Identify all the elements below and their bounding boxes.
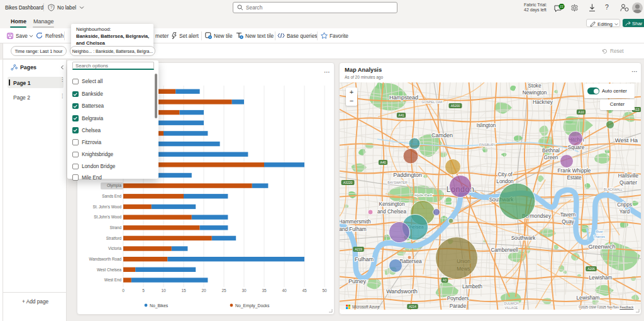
svg-text:Hackney: Hackney [533, 99, 553, 105]
svg-text:15: 15 [181, 288, 186, 293]
svg-text:FINSBURY: FINSBURY [479, 143, 496, 147]
svg-text:West Chelsea: West Chelsea [97, 268, 122, 272]
svg-text:Poynders: Poynders [447, 296, 469, 301]
svg-text:Southwark: Southwark [511, 235, 536, 241]
svg-text:40: 40 [282, 288, 287, 293]
svg-text:A5200: A5200 [451, 104, 460, 108]
svg-text:Stratford: Stratford [106, 236, 122, 240]
svg-text:No_Empty_Docks: No_Empty_Docks [235, 303, 270, 308]
svg-text:Wandsworth Road: Wandsworth Road [89, 257, 121, 261]
svg-text:Olympia: Olympia [107, 183, 122, 188]
svg-text:A219: A219 [355, 247, 362, 251]
svg-text:35: 35 [262, 288, 267, 293]
svg-text:Estate: Estate [567, 175, 582, 181]
svg-text:BLACKWALL: BLACKWALL [604, 188, 623, 191]
svg-text:Hampstead: Hampstead [389, 94, 418, 101]
svg-text:West Ha: West Ha [615, 137, 638, 144]
svg-text:5: 5 [142, 288, 145, 293]
svg-text:City of: City of [497, 172, 513, 177]
svg-text:Kensington: Kensington [379, 201, 405, 207]
svg-text:Thames: Thames [594, 235, 606, 239]
svg-text:Tavern: Tavern [560, 212, 576, 218]
svg-text:A10: A10 [579, 110, 584, 114]
svg-text:?: ? [50, 5, 53, 9]
svg-text:A40: A40 [380, 160, 386, 164]
svg-text:25: 25 [221, 288, 226, 293]
svg-text:Lewisham: Lewisham [577, 295, 600, 301]
svg-text:Camden: Camden [431, 132, 453, 138]
svg-text:22: 22 [560, 4, 564, 8]
svg-text:St. John's Wood: St. John's Wood [92, 205, 121, 209]
svg-text:Battersea: Battersea [399, 259, 421, 264]
svg-text:Strand: Strand [109, 225, 121, 230]
svg-text:London: London [496, 179, 514, 184]
svg-text:Wandsworth: Wandsworth [386, 288, 418, 295]
svg-text:Victoria: Victoria [108, 246, 121, 251]
svg-text:VILLAGE: VILLAGE [505, 306, 519, 310]
svg-text:A214: A214 [409, 305, 416, 308]
svg-text:GOSPEL OAK: GOSPEL OAK [421, 100, 443, 104]
svg-text:DULWICH: DULWICH [504, 301, 519, 305]
svg-text:River: River [596, 230, 603, 234]
svg-text:Cripps: Cripps [617, 202, 632, 208]
svg-text:0: 0 [122, 288, 125, 293]
svg-text:Hammersmith: Hammersmith [340, 219, 371, 225]
svg-text:Putney: Putney [348, 278, 367, 284]
svg-text:45: 45 [302, 288, 307, 293]
svg-text:Sands End: Sands End [102, 194, 121, 198]
svg-text:Fulham: Fulham [355, 256, 374, 262]
svg-text:Stoke: Stoke [528, 83, 541, 89]
svg-text:30: 30 [242, 288, 247, 293]
svg-text:10: 10 [161, 288, 166, 293]
svg-text:Yard: Yard [619, 209, 630, 215]
svg-text:Islington: Islington [477, 123, 496, 128]
svg-text:Lewisham: Lewisham [589, 275, 613, 281]
svg-text:A3: A3 [443, 278, 447, 282]
svg-text:and Chelsea: and Chelsea [377, 209, 406, 215]
svg-text:Bethnal: Bethnal [542, 148, 560, 154]
svg-text:Hallsville: Hallsville [618, 173, 639, 179]
svg-text:20: 20 [201, 288, 206, 293]
svg-text:Hyde Park: Hyde Park [414, 193, 433, 197]
svg-text:Camberwell: Camberwell [491, 247, 518, 253]
svg-text:A3220: A3220 [343, 181, 353, 184]
svg-text:A41: A41 [399, 113, 404, 117]
svg-text:Parade: Parade [450, 303, 467, 309]
svg-text:A206: A206 [587, 267, 595, 271]
svg-text:St.John's Wood: St.John's Wood [94, 215, 121, 219]
svg-text:50: 50 [322, 288, 327, 293]
svg-text:Lambeth: Lambeth [462, 284, 482, 290]
svg-text:Frank Whipple: Frank Whipple [558, 168, 591, 174]
svg-text:and Fulham: and Fulham [340, 227, 367, 232]
svg-text:Paddington: Paddington [393, 172, 422, 178]
svg-text:No_Bikes: No_Bikes [150, 303, 169, 308]
svg-text:Quarter: Quarter [619, 180, 637, 186]
svg-text:West End: West End [104, 278, 122, 282]
svg-text:Green: Green [544, 155, 558, 160]
svg-text:Newington: Newington [523, 90, 547, 96]
svg-text:Greenwich: Greenwich [588, 244, 615, 250]
svg-text:Quay: Quay [562, 219, 574, 225]
svg-text:BAYSWATER: BAYSWATER [387, 181, 408, 184]
